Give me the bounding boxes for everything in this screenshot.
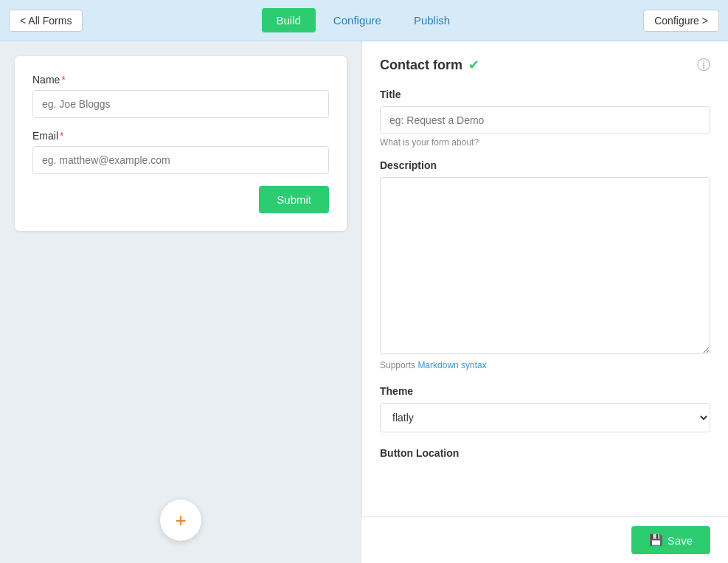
markdown-link[interactable]: Markdown syntax	[417, 360, 486, 370]
submit-button[interactable]: Submit	[259, 186, 329, 213]
title-sublabel: What is your form about?	[380, 137, 710, 148]
add-field-fab[interactable]: +	[160, 500, 201, 541]
save-icon: 💾	[649, 533, 663, 547]
configure-right-button[interactable]: Configure >	[643, 10, 719, 32]
button-location-label: Button Location	[380, 447, 710, 459]
email-label-text: Email	[32, 130, 58, 142]
markdown-prefix: Supports	[380, 360, 417, 370]
email-required-star: *	[60, 130, 63, 142]
markdown-note: Supports Markdown syntax	[380, 360, 710, 370]
name-required-star: *	[61, 74, 65, 86]
top-nav: < All Forms Build Configure Publish Conf…	[0, 0, 728, 41]
form-header: Contact form ✔ ⓘ	[380, 56, 710, 74]
description-textarea[interactable]	[380, 177, 710, 354]
main-layout: Name* Email* Submit + Contact form ✔ ⓘ T…	[0, 41, 728, 563]
form-card: Name* Email* Submit	[15, 56, 347, 231]
nav-center: Build Configure Publish	[262, 8, 465, 32]
configure-nav-button[interactable]: Configure	[319, 8, 396, 32]
title-section-label: Title	[380, 89, 710, 100]
name-input[interactable]	[32, 90, 329, 118]
title-input[interactable]	[380, 106, 710, 134]
help-icon[interactable]: ⓘ	[697, 56, 710, 74]
description-section-label: Description	[380, 159, 710, 171]
save-label: Save	[668, 534, 693, 547]
right-panel: Contact form ✔ ⓘ Title What is your form…	[361, 41, 728, 563]
theme-section-label: Theme	[380, 385, 710, 397]
theme-select[interactable]: flatly default cerulean cosmo cyborg	[380, 403, 710, 432]
build-nav-button[interactable]: Build	[262, 8, 316, 32]
name-label: Name*	[32, 74, 329, 86]
left-panel: Name* Email* Submit +	[0, 41, 361, 563]
check-icon: ✔	[468, 57, 479, 73]
all-forms-button[interactable]: < All Forms	[9, 10, 83, 32]
save-button[interactable]: 💾 Save	[631, 526, 710, 554]
email-label: Email*	[32, 130, 329, 142]
plus-icon: +	[175, 509, 186, 532]
email-input[interactable]	[32, 146, 329, 174]
name-label-text: Name	[32, 74, 60, 86]
form-title: Contact form	[380, 58, 462, 73]
form-title-row: Contact form ✔	[380, 57, 479, 73]
save-bar: 💾 Save	[361, 517, 728, 563]
publish-nav-button[interactable]: Publish	[399, 8, 465, 32]
